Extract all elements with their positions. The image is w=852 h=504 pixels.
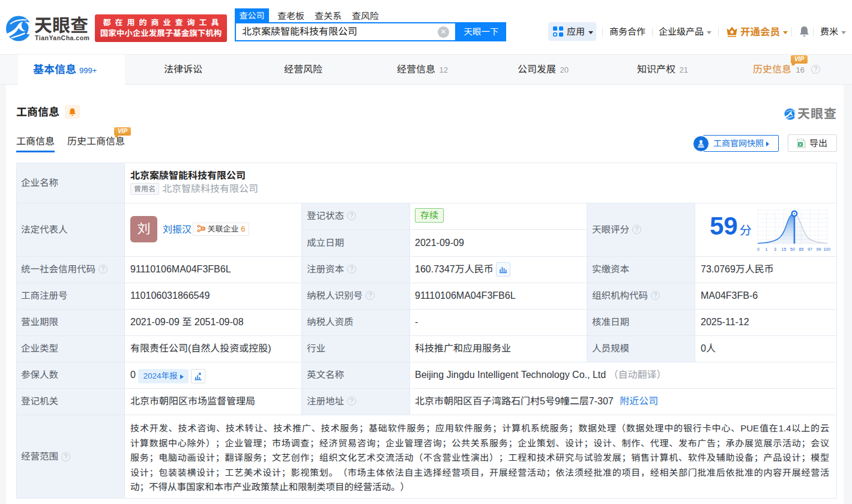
svg-text:85: 85 [799, 247, 804, 251]
svg-text:0: 0 [757, 247, 760, 251]
svg-text:97: 97 [808, 247, 812, 251]
svg-text:100: 100 [823, 247, 830, 251]
svg-text:15: 15 [782, 247, 787, 251]
svg-text:50: 50 [790, 247, 795, 251]
svg-text:99: 99 [817, 247, 821, 251]
svg-text:3: 3 [774, 247, 776, 251]
svg-text:1: 1 [766, 247, 768, 251]
svg-text:企: 企 [202, 227, 205, 230]
